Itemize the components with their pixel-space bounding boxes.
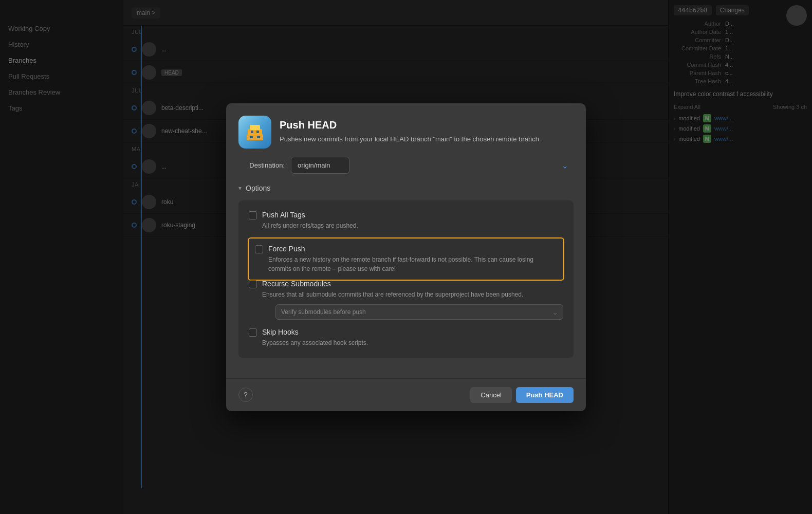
push-all-tags-checkbox[interactable]: [249, 211, 257, 219]
option-skip-hooks: Skip Hooks Bypasses any associated hook …: [249, 328, 563, 347]
cancel-button[interactable]: Cancel: [470, 387, 511, 403]
option-push-all-tags-content: Push All Tags All refs under refs/tags a…: [262, 211, 358, 230]
options-label: Options: [246, 184, 270, 192]
modal-body: Destination: origin/main ▾ Options: [226, 157, 586, 378]
option-force-push: Force Push Enforces a new history on the…: [248, 237, 564, 281]
option-force-push-content: Force Push Enforces a new history on the…: [268, 245, 557, 273]
destination-label: Destination:: [238, 161, 285, 169]
options-panel: Push All Tags All refs under refs/tags a…: [238, 200, 574, 358]
destination-select-wrapper: origin/main: [291, 157, 574, 174]
option-recurse-submodules-row: Recurse Submodules Ensures that all subm…: [249, 280, 563, 320]
option-push-all-tags-row: Push All Tags All refs under refs/tags a…: [249, 211, 563, 230]
option-recurse-submodules-content: Recurse Submodules Ensures that all subm…: [262, 280, 563, 320]
modal-title: Push HEAD: [280, 119, 574, 131]
push-all-tags-title: Push All Tags: [262, 211, 358, 219]
option-push-all-tags: Push All Tags All refs under refs/tags a…: [249, 211, 563, 230]
submodule-select-wrapper: Verify submodules before push: [275, 304, 563, 320]
skip-hooks-checkbox[interactable]: [249, 328, 257, 337]
modal-header: Push HEAD Pushes new commits from your l…: [226, 103, 586, 157]
help-button[interactable]: ?: [238, 388, 253, 402]
force-push-checkbox[interactable]: [255, 245, 263, 253]
skip-hooks-title: Skip Hooks: [262, 328, 368, 336]
recurse-submodules-title: Recurse Submodules: [262, 280, 563, 288]
push-all-tags-desc: All refs under refs/tags are pushed.: [262, 221, 358, 230]
destination-select[interactable]: origin/main: [291, 157, 349, 174]
modal-overlay: Push HEAD Pushes new commits from your l…: [0, 0, 812, 514]
svg-rect-4: [257, 136, 260, 138]
push-head-modal: Push HEAD Pushes new commits from your l…: [226, 103, 586, 411]
modal-footer: ? Cancel Push HEAD: [226, 378, 586, 411]
force-push-title: Force Push: [268, 245, 557, 253]
svg-rect-3: [250, 136, 253, 138]
options-header[interactable]: ▾ Options: [238, 184, 574, 192]
submodule-select[interactable]: Verify submodules before push: [275, 304, 563, 320]
svg-rect-5: [251, 131, 253, 133]
modal-subtitle: Pushes new commits from your local HEAD …: [280, 134, 574, 144]
options-chevron-icon: ▾: [238, 185, 242, 192]
recurse-submodules-checkbox[interactable]: [249, 280, 257, 288]
svg-rect-2: [250, 125, 260, 130]
app-icon: [238, 116, 271, 149]
option-skip-hooks-row: Skip Hooks Bypasses any associated hook …: [249, 328, 563, 347]
option-skip-hooks-content: Skip Hooks Bypasses any associated hook …: [262, 328, 368, 347]
modal-title-block: Push HEAD Pushes new commits from your l…: [280, 119, 574, 144]
option-recurse-submodules: Recurse Submodules Ensures that all subm…: [249, 280, 563, 320]
skip-hooks-desc: Bypasses any associated hook scripts.: [262, 338, 368, 347]
option-force-push-row: Force Push Enforces a new history on the…: [255, 245, 557, 273]
force-push-desc: Enforces a new history on the remote bra…: [268, 255, 557, 273]
recurse-submodules-desc: Ensures that all submodule commits that …: [262, 290, 563, 299]
push-head-button[interactable]: Push HEAD: [516, 387, 574, 403]
destination-row: Destination: origin/main: [238, 157, 574, 174]
svg-rect-6: [256, 131, 259, 133]
app-icon-svg: [243, 120, 267, 144]
